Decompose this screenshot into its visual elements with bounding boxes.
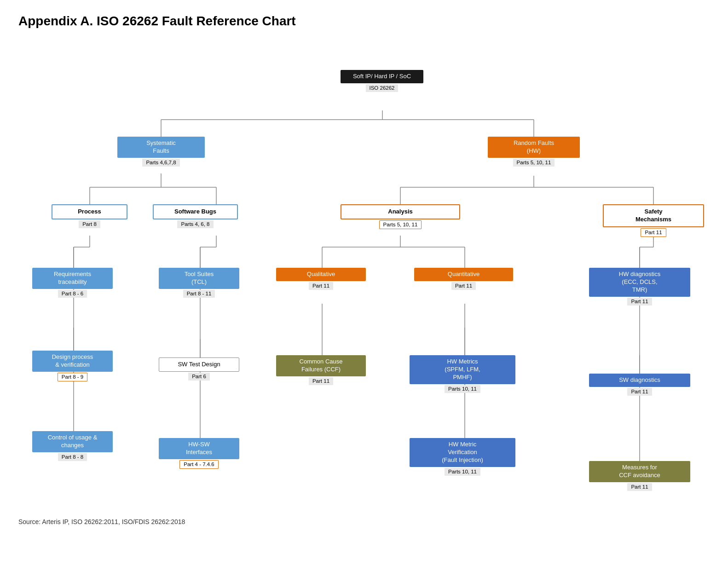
process-badge: Part 8 bbox=[79, 220, 100, 228]
root-badge: ISO 26262 bbox=[366, 84, 399, 92]
quantitative-node: Quantitative Part 11 bbox=[414, 268, 513, 290]
process-node: Process Part 8 bbox=[52, 204, 127, 228]
tool-suites-badge: Part 8 - 11 bbox=[183, 290, 215, 298]
hw-metrics-node: HW Metrics(SPFM, LFM,PMHF) Parts 10, 11 bbox=[410, 355, 515, 393]
hw-diagnostics-node: HW diagnostics(ECC, DCLS,TMR) Part 11 bbox=[589, 268, 690, 306]
ccf-node: Common CauseFailures (CCF) Part 11 bbox=[276, 355, 366, 385]
sw-diagnostics-badge: Part 11 bbox=[627, 388, 652, 396]
design-process-node: Design process& verification Part 8 - 9 bbox=[32, 351, 113, 381]
tool-suites-node: Tool Suites(TCL) Part 8 - 11 bbox=[159, 268, 239, 298]
control-usage-badge: Part 8 - 8 bbox=[58, 453, 87, 461]
sw-test-node: SW Test Design Part 6 bbox=[159, 357, 239, 381]
req-trace-node: Requirementstraceability Part 8 - 6 bbox=[32, 268, 113, 298]
page-title: Appendix A. ISO 26262 Fault Reference Ch… bbox=[18, 14, 710, 29]
quantitative-badge: Part 11 bbox=[451, 282, 476, 290]
random-node: Random Faults(HW) Parts 5, 10, 11 bbox=[488, 137, 580, 167]
sw-test-badge: Part 6 bbox=[188, 373, 210, 381]
hw-sw-node: HW-SWInterfaces Part 4 - 7.4.6 bbox=[159, 438, 239, 469]
systematic-badge: Parts 4,6,7,8 bbox=[142, 159, 179, 167]
hw-diagnostics-badge: Part 11 bbox=[627, 298, 652, 306]
root-node: Soft IP/ Hard IP / SoC ISO 26262 bbox=[341, 70, 423, 92]
hw-metrics-badge: Parts 10, 11 bbox=[445, 385, 480, 393]
design-process-badge: Part 8 - 9 bbox=[58, 373, 87, 381]
analysis-node: Analysis Parts 5, 10, 11 bbox=[341, 204, 460, 229]
random-badge: Parts 5, 10, 11 bbox=[513, 159, 555, 167]
safety-node: SafetyMechanisms Part 11 bbox=[603, 204, 704, 237]
software-bugs-node: Software Bugs Parts 4, 6, 8 bbox=[153, 204, 238, 228]
hw-metric-verif-node: HW MetricVerification(Fault Injection) P… bbox=[410, 438, 515, 476]
sw-diagnostics-node: SW diagnostics Part 11 bbox=[589, 374, 690, 396]
systematic-node: SystematicFaults Parts 4,6,7,8 bbox=[117, 137, 205, 167]
source-text: Source: Arteris IP, ISO 26262:2011, ISO/… bbox=[18, 518, 185, 525]
hw-metric-verif-badge: Parts 10, 11 bbox=[445, 468, 480, 476]
analysis-badge: Parts 5, 10, 11 bbox=[379, 220, 422, 229]
ccf-avoidance-node: Measures forCCF avoidance Part 11 bbox=[589, 461, 690, 491]
software-bugs-badge: Parts 4, 6, 8 bbox=[177, 220, 213, 228]
req-trace-badge: Part 8 - 6 bbox=[58, 290, 87, 298]
safety-badge: Part 11 bbox=[641, 228, 666, 237]
qualitative-badge: Part 11 bbox=[309, 282, 333, 290]
control-usage-node: Control of usage &changes Part 8 - 8 bbox=[32, 431, 113, 461]
chart-area: Soft IP/ Hard IP / SoC ISO 26262 Systema… bbox=[18, 42, 710, 525]
hw-sw-badge: Part 4 - 7.4.6 bbox=[179, 460, 218, 469]
qualitative-node: Qualitative Part 11 bbox=[276, 268, 366, 290]
ccf-badge: Part 11 bbox=[309, 377, 333, 385]
ccf-avoidance-badge: Part 11 bbox=[627, 483, 652, 491]
